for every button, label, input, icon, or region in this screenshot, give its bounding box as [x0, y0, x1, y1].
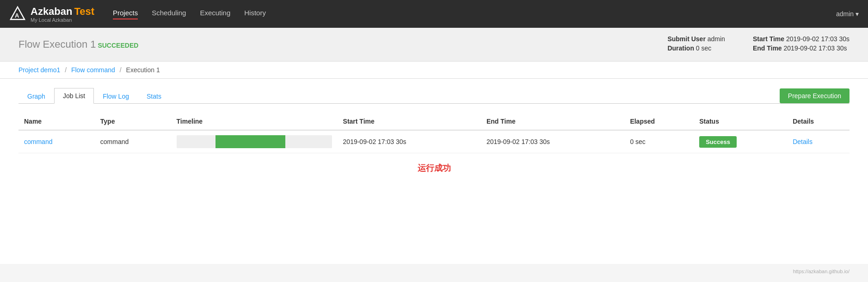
footer-url: https://azkaban.github.io/: [0, 264, 868, 279]
start-time-val: 2019-09-02 17:03 30s: [786, 35, 850, 43]
execution-title: Flow Execution 1: [18, 38, 96, 50]
breadcrumb-sep-1: /: [65, 66, 67, 74]
breadcrumb-sep-2: /: [120, 66, 122, 74]
col-status: Status: [694, 113, 787, 130]
duration-val: 0 sec: [696, 44, 711, 52]
end-time-val: 2019-09-02 17:03 30s: [784, 44, 847, 52]
breadcrumb-project-label[interactable]: Project: [18, 66, 39, 74]
job-name-link[interactable]: command: [24, 138, 52, 145]
nav-scheduling[interactable]: Scheduling: [152, 9, 186, 19]
svg-text:A: A: [15, 12, 19, 19]
col-details: Details: [787, 113, 850, 130]
timeline-bar-container: [177, 135, 332, 148]
row-name: command: [18, 130, 95, 153]
tab-stats[interactable]: Stats: [138, 88, 170, 104]
execution-title-area: Flow Execution 1 SUCCEEDED: [18, 38, 138, 50]
meta-right: Start Time 2019-09-02 17:03 30s End Time…: [753, 35, 850, 54]
row-end-time: 2019-09-02 17:03 30s: [481, 130, 624, 153]
row-type: command: [95, 130, 171, 153]
breadcrumb-flow-value[interactable]: command: [86, 66, 115, 74]
table-body: command command 2019-09-02 17:03 30s 201…: [18, 130, 850, 153]
breadcrumb-execution: Execution 1: [126, 66, 160, 74]
status-badge: Success: [699, 136, 737, 148]
breadcrumb: Project demo1 / Flow command / Execution…: [0, 62, 868, 79]
meta-left: Submit User admin Duration 0 sec: [667, 35, 725, 54]
brand-test: Test: [74, 6, 94, 17]
brand: A Azkaban Test My Local Azkaban: [9, 6, 94, 23]
nav-projects[interactable]: Projects: [113, 9, 138, 19]
col-end-time: End Time: [481, 113, 624, 130]
start-time-label: Start Time: [753, 35, 784, 43]
tab-job-list[interactable]: Job List: [54, 88, 94, 104]
col-timeline: Timeline: [171, 113, 338, 130]
row-start-time: 2019-09-02 17:03 30s: [338, 130, 481, 153]
col-start-time: Start Time: [338, 113, 481, 130]
timeline-bar: [215, 135, 285, 148]
details-link[interactable]: Details: [793, 138, 813, 145]
brand-name: Azkaban: [31, 6, 72, 17]
meta-info: Submit User admin Duration 0 sec Start T…: [667, 35, 850, 54]
duration-label: Duration: [667, 44, 694, 52]
col-type: Type: [95, 113, 171, 130]
table-header: Name Type Timeline Start Time End Time E…: [18, 113, 850, 130]
page-header: Flow Execution 1 SUCCEEDED Submit User a…: [0, 28, 868, 62]
main-content: Graph Job List Flow Log Stats Prepare Ex…: [0, 79, 868, 264]
row-timeline: [171, 130, 338, 153]
start-time-row: Start Time 2019-09-02 17:03 30s: [753, 35, 850, 43]
table-header-row: Name Type Timeline Start Time End Time E…: [18, 113, 850, 130]
tab-graph[interactable]: Graph: [18, 88, 54, 104]
end-time-label: End Time: [753, 44, 782, 52]
tabs-bar: Graph Job List Flow Log Stats Prepare Ex…: [18, 88, 850, 104]
brand-logo-icon: A: [9, 6, 26, 22]
nav-links: Projects Scheduling Executing History: [113, 9, 836, 19]
end-time-row: End Time 2019-09-02 17:03 30s: [753, 44, 850, 52]
prepare-execution-button[interactable]: Prepare Execution: [780, 88, 850, 103]
execution-status: SUCCEEDED: [98, 42, 138, 49]
col-name: Name: [18, 113, 95, 130]
row-status: Success: [694, 130, 787, 153]
tab-flow-log[interactable]: Flow Log: [94, 88, 138, 104]
breadcrumb-project-value[interactable]: demo1: [40, 66, 60, 74]
user-menu[interactable]: admin ▾: [836, 10, 859, 18]
breadcrumb-flow-label[interactable]: Flow: [71, 66, 85, 74]
submit-user-row: Submit User admin: [667, 35, 725, 43]
job-table: Name Type Timeline Start Time End Time E…: [18, 113, 850, 153]
table-row: command command 2019-09-02 17:03 30s 201…: [18, 130, 850, 153]
row-details: Details: [787, 130, 850, 153]
top-nav: A Azkaban Test My Local Azkaban Projects…: [0, 0, 868, 28]
duration-row: Duration 0 sec: [667, 44, 725, 52]
nav-history[interactable]: History: [244, 9, 266, 19]
success-message: 运行成功: [18, 163, 850, 174]
brand-subtitle: My Local Azkaban: [31, 18, 94, 23]
tab-actions: Prepare Execution: [780, 88, 850, 103]
submit-user-val: admin: [708, 35, 725, 43]
row-elapsed: 0 sec: [624, 130, 694, 153]
nav-executing[interactable]: Executing: [200, 9, 230, 19]
col-elapsed: Elapsed: [624, 113, 694, 130]
submit-user-label: Submit User: [667, 35, 705, 43]
